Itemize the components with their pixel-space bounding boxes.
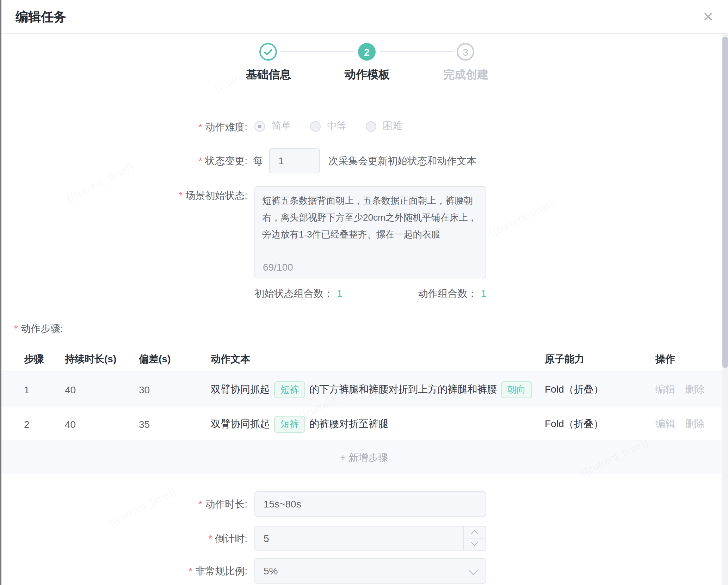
countdown-field [254, 526, 486, 551]
radio-label: 困难 [383, 120, 402, 133]
action-steps-label: *动作步骤: [14, 323, 63, 335]
radio-dot [366, 121, 376, 131]
cell-deviation: 35 [139, 407, 150, 441]
initial-state-field: 短裤五条数据背面朝上，五条数据正面朝上，裤腰朝 右，离头部视野下方至少20cm之… [254, 186, 486, 278]
decrease-button[interactable] [464, 538, 486, 550]
required-asterisk: * [198, 121, 202, 133]
edit-link[interactable]: 编辑 [655, 383, 675, 396]
difficulty-label: *动作难度: [0, 120, 247, 134]
dialog-title: 编辑任务 [16, 0, 66, 34]
state-change-input[interactable] [269, 148, 320, 173]
col-ability: 原子能力 [545, 345, 584, 372]
col-deviation: 偏差(s) [139, 345, 171, 372]
action-text: 双臂协同抓起 [211, 383, 270, 396]
initial-state-label: *场景初始状态: [0, 188, 247, 202]
edit-task-dialog: {{current_time}} {{current_time}} {{curr… [0, 0, 728, 585]
check-icon [264, 47, 272, 55]
cell-deviation: 30 [139, 372, 150, 407]
radio-hard[interactable]: 困难 [366, 120, 402, 133]
initial-combo-count: 初始状态组合数：1 [254, 288, 343, 300]
required-asterisk: * [189, 565, 192, 577]
radio-dot [310, 121, 321, 131]
orientation-tag: 朝向 [501, 381, 532, 398]
ratio-label: *非常规比例: [0, 564, 247, 578]
scrollbar-track[interactable] [722, 34, 728, 585]
col-actions: 操作 [655, 345, 675, 372]
dialog-header: 编辑任务 × [0, 0, 728, 34]
step-number: 2 [364, 46, 370, 57]
delete-link[interactable]: 删除 [685, 383, 705, 396]
required-asterisk: * [14, 323, 18, 334]
step-number: 3 [463, 46, 468, 57]
close-icon: × [703, 6, 713, 26]
increase-button[interactable] [464, 526, 486, 538]
state-change-suffix: 次采集会更新初始状态和动作文本 [328, 154, 476, 168]
step-connector [281, 51, 355, 52]
radio-simple[interactable]: 简单 [254, 120, 291, 133]
action-text: 的裤腰对折至裤腿 [309, 418, 388, 430]
initial-combo-value: 1 [337, 288, 343, 299]
action-combo-label: 动作组合数： [418, 288, 477, 299]
watermark: {{current_time}} [487, 196, 558, 239]
duration-field [254, 491, 486, 517]
add-step-label: + 新增步骤 [340, 451, 388, 464]
edit-link[interactable]: 编辑 [655, 418, 675, 430]
number-stepper [463, 526, 486, 550]
char-counter: 69/100 [263, 261, 293, 273]
chevron-up-icon [471, 530, 478, 537]
cell-action-text: 双臂协同抓起 短裤 的下方裤腿和裤腰对折到上方的裤腿和裤腰 朝向 [211, 372, 536, 407]
step-label-action-template: 动作模板 [318, 68, 417, 82]
col-duration: 持续时长(s) [65, 345, 116, 372]
col-action-text: 动作文本 [211, 345, 250, 372]
ratio-field [254, 558, 486, 584]
combo-counts: 初始状态组合数：1 动作组合数：1 [254, 288, 486, 300]
radio-dot [254, 121, 265, 131]
scrollbar-thumb[interactable] [722, 37, 728, 368]
required-asterisk: * [198, 498, 202, 510]
action-text: 双臂协同抓起 [211, 418, 270, 430]
object-tag: 短裤 [274, 381, 305, 398]
action-combo-count: 动作组合数：1 [418, 288, 486, 300]
table-row: 2 40 35 双臂协同抓起 短裤 的裤腰对折至裤腿 Fold（折叠） 编辑 删… [0, 407, 728, 441]
countdown-label: *倒计时: [0, 531, 247, 546]
countdown-input[interactable] [254, 526, 486, 551]
difficulty-radio-group: 简单 中等 困难 [254, 116, 402, 137]
cell-step: 2 [24, 407, 30, 441]
state-change-prefix: 每 [253, 154, 263, 168]
required-asterisk: * [198, 155, 202, 166]
cell-ability: Fold（折叠） [545, 372, 603, 407]
radio-medium[interactable]: 中等 [310, 120, 347, 133]
initial-combo-label: 初始状态组合数： [254, 288, 333, 299]
action-combo-value: 1 [481, 288, 486, 299]
table-header: 步骤 持续时长(s) 偏差(s) 动作文本 原子能力 操作 [0, 345, 728, 372]
step-indicator-3: 3 [457, 43, 474, 61]
step-connector [380, 51, 454, 52]
duration-input[interactable] [254, 491, 486, 517]
radio-label: 简单 [271, 120, 291, 133]
cell-duration: 40 [65, 407, 76, 441]
delete-link[interactable]: 删除 [685, 418, 705, 430]
cell-actions: 编辑 删除 [655, 407, 705, 441]
required-asterisk: * [179, 190, 183, 201]
required-asterisk: * [208, 533, 212, 544]
cell-actions: 编辑 删除 [655, 372, 705, 407]
cell-ability: Fold（折叠） [545, 407, 603, 441]
cell-duration: 40 [65, 372, 76, 407]
close-button[interactable]: × [696, 4, 721, 30]
cell-step: 1 [24, 372, 30, 407]
ratio-select[interactable] [254, 558, 486, 584]
radio-label: 中等 [327, 120, 347, 133]
window-left-edge [0, 0, 1, 585]
chevron-down-icon [471, 539, 478, 546]
col-step: 步骤 [24, 345, 44, 372]
step-label-complete-creation: 完成创建 [417, 68, 515, 82]
step-wizard: 2 3 基础信息 动作模板 完成创建 [0, 43, 728, 87]
step-indicator-2: 2 [358, 43, 376, 61]
